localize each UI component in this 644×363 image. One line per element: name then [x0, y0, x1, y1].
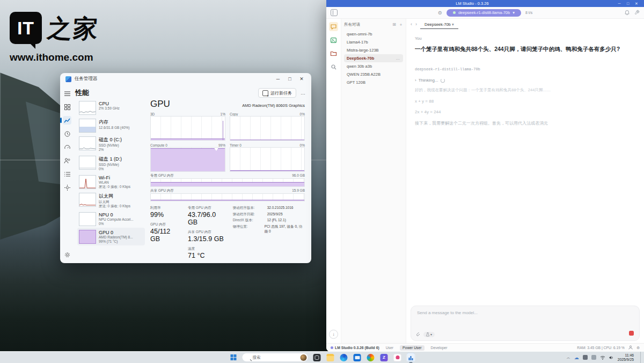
- task-view-button[interactable]: [313, 353, 321, 362]
- mode-tab-power-user[interactable]: Power User: [400, 345, 425, 351]
- chat-list-item-selected[interactable]: DeepSeek-70b …: [344, 54, 403, 62]
- close-button[interactable]: ✕: [297, 76, 306, 82]
- mode-tab-developer[interactable]: Developer: [428, 345, 450, 351]
- chat-item-more-icon[interactable]: …: [396, 56, 401, 61]
- chat-list-item[interactable]: GPT 120B: [344, 78, 403, 86]
- gpu-timer-chart: [230, 147, 305, 172]
- file-explorer-button[interactable]: [326, 353, 335, 362]
- chat-tab-icon[interactable]: [329, 22, 338, 31]
- sidebar-item-wifi[interactable]: Wi-FiWLAN发送: 0 接收: 0 Kbps: [77, 173, 145, 191]
- tray-date: 2025/9/25: [618, 358, 634, 362]
- lm-studio-nav-rail: ↓: [326, 19, 341, 344]
- shared-memory-value: 1.3/15.9 GB: [188, 235, 224, 243]
- model-settings-gear-icon[interactable]: ⚙: [438, 10, 442, 16]
- services-icon[interactable]: [63, 183, 71, 192]
- settings-gear-icon[interactable]: ⚙: [636, 346, 640, 350]
- onedrive-cloud-icon[interactable]: ☁: [574, 355, 579, 360]
- desktop: IT 之家 www.ithome.com 任务管理器 ─ □ ✕: [0, 0, 644, 363]
- chat-list-item[interactable]: qwen 30b a3b: [344, 62, 403, 70]
- sidebar-item-memory[interactable]: 内存12.6/31.8 GB (40%): [77, 117, 145, 134]
- message-input-box[interactable]: ▾: [411, 306, 640, 341]
- chat-list-item[interactable]: Llama4-17b: [344, 38, 403, 46]
- startup-apps-icon[interactable]: [63, 143, 71, 151]
- app-history-icon[interactable]: [63, 129, 71, 138]
- edge-button[interactable]: [340, 353, 348, 362]
- search-label: 搜索: [253, 355, 298, 360]
- lm-studio-titlebar: LM Studio - 0.3.26 ─ □ ✕: [326, 0, 644, 7]
- sidebar-item-disk0[interactable]: 磁盘 0 (C:)SSD (NVMe)2%: [77, 134, 145, 154]
- more-options-button[interactable]: …: [301, 90, 306, 96]
- task-manager-nav-rail: [60, 85, 74, 263]
- copilot-button[interactable]: [367, 353, 375, 362]
- wrench-icon[interactable]: [635, 10, 640, 15]
- tray-clock[interactable]: 11:46 2025/9/25: [618, 353, 634, 362]
- search-daily-image[interactable]: [301, 354, 307, 361]
- mode-tab-user[interactable]: User: [383, 345, 396, 351]
- app-pink-button[interactable]: [393, 353, 402, 362]
- dedicated-memory-value: 43.7/96.0 GB: [188, 211, 224, 226]
- settings-gear-icon[interactable]: [63, 250, 71, 259]
- message-input[interactable]: [416, 310, 571, 316]
- chat-list-item[interactable]: Mistra-large-123B: [344, 46, 403, 54]
- chat-pane: ‹ › Deepseek-70b ▾ You 一个笼子里有鸡和兔共88个头、24…: [406, 19, 644, 344]
- search-icon: [247, 356, 250, 359]
- gpu-compute-chart: [150, 147, 225, 172]
- sidebar-item-gpu[interactable]: GPU 0AMD Radeon(TM) 8...99% (71 °C): [77, 228, 145, 245]
- nav-back-icon[interactable]: ‹: [411, 21, 412, 27]
- sidebar-item-cpu[interactable]: CPU2% 3.59 GHz: [77, 99, 145, 117]
- disk0-sparkline: [79, 136, 96, 150]
- users-icon[interactable]: [63, 156, 71, 165]
- mail-button[interactable]: [353, 353, 362, 362]
- tray-time: 11:46: [618, 353, 634, 358]
- tray-chevron-up-icon[interactable]: ︿: [567, 355, 570, 360]
- maximize-button[interactable]: □: [286, 76, 294, 82]
- sidebar-toggle-icon[interactable]: [331, 9, 338, 16]
- start-button[interactable]: [229, 353, 238, 362]
- developer-tab-icon[interactable]: [329, 35, 338, 45]
- thinking-block[interactable]: › Thinking... 好的，我现在要解决这个问题：一个笼子里有鸡和兔共88…: [415, 78, 635, 126]
- my-models-folder-icon[interactable]: [329, 49, 338, 58]
- downloads-icon[interactable]: ↓: [329, 330, 338, 339]
- new-chat-icon[interactable]: ＋: [399, 21, 403, 27]
- nav-forward-icon[interactable]: ›: [415, 21, 417, 27]
- sidebar-item-ethernet[interactable]: 以太网以太网发送: 0 接收: 0 Kbps: [77, 191, 145, 210]
- task-manager-taskbar-button[interactable]: [407, 353, 415, 362]
- tray-app-icon[interactable]: [591, 355, 596, 360]
- menu-icon[interactable]: [63, 89, 71, 98]
- attach-file-icon[interactable]: [416, 331, 420, 337]
- app-z-icon: Z: [380, 354, 388, 361]
- processes-icon[interactable]: [63, 103, 71, 111]
- stop-generation-button[interactable]: [629, 331, 634, 336]
- sidebar-item-npu[interactable]: NPU 0NPU Compute Accel...0%: [77, 210, 145, 228]
- taskbar: 搜索 Z ︿ ☁ 11:46: [0, 351, 644, 363]
- thinking-equation: x + y = 88: [415, 99, 635, 104]
- wifi-icon[interactable]: [600, 355, 605, 360]
- npu-sparkline: [79, 212, 96, 226]
- prompt-tools-pill[interactable]: ▾: [423, 332, 435, 337]
- maximize-button[interactable]: □: [624, 2, 632, 5]
- chat-list-item[interactable]: qwen-omni-7b: [344, 30, 403, 38]
- close-button[interactable]: ✕: [632, 2, 641, 6]
- ime-badge-icon[interactable]: [583, 355, 588, 360]
- sidebar-item-disk1[interactable]: 磁盘 1 (D:)SSD (NVMe)0%: [77, 154, 145, 173]
- taskbar-search[interactable]: 搜索: [243, 353, 308, 361]
- details-icon[interactable]: [63, 170, 71, 178]
- run-new-task-button[interactable]: 运行新任务: [258, 88, 296, 98]
- thinking-spinner-icon: [441, 78, 445, 83]
- user-account-icon[interactable]: [628, 345, 633, 350]
- new-folder-icon[interactable]: ⊞: [392, 22, 396, 27]
- volume-icon[interactable]: [609, 355, 614, 360]
- minimize-button[interactable]: ─: [615, 2, 624, 5]
- minimize-button[interactable]: ─: [274, 76, 282, 82]
- show-desktop-button[interactable]: [640, 352, 642, 363]
- performance-icon[interactable]: [63, 116, 71, 125]
- mail-icon: [354, 354, 361, 361]
- chat-list-item[interactable]: QWEN 235B A22B: [344, 70, 403, 78]
- loaded-model-pill[interactable]: deepseek-r1-distill-llama-70b ▾: [447, 9, 521, 17]
- chats-sidebar: 所有对话 ⊞ ＋ qwen-omni-7b Llama4-17b Mistra-…: [341, 19, 406, 344]
- notifications-bell-icon[interactable]: [625, 10, 630, 16]
- lm-studio-title: LM Studio - 0.3.26: [330, 1, 615, 6]
- discover-search-icon[interactable]: [329, 62, 338, 71]
- chat-tab[interactable]: Deepseek-70b ▾: [420, 20, 458, 29]
- app-z-button[interactable]: Z: [380, 353, 389, 362]
